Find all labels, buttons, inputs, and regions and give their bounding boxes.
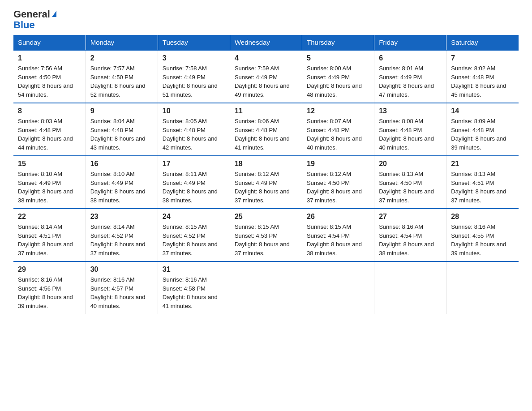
calendar-cell: 10Sunrise: 8:05 AMSunset: 4:48 PMDayligh… bbox=[158, 103, 230, 156]
day-number: 1 bbox=[18, 54, 81, 62]
calendar-cell: 30Sunrise: 8:16 AMSunset: 4:57 PMDayligh… bbox=[86, 261, 158, 314]
day-info: Sunrise: 8:16 AMSunset: 4:55 PMDaylight:… bbox=[451, 223, 514, 257]
calendar-cell: 25Sunrise: 8:15 AMSunset: 4:53 PMDayligh… bbox=[230, 209, 302, 261]
calendar-cell: 6Sunrise: 8:01 AMSunset: 4:49 PMDaylight… bbox=[374, 50, 446, 103]
day-info: Sunrise: 7:58 AMSunset: 4:49 PMDaylight:… bbox=[163, 64, 225, 99]
calendar-cell bbox=[446, 261, 519, 314]
day-info: Sunrise: 8:14 AMSunset: 4:51 PMDaylight:… bbox=[18, 223, 81, 257]
calendar-week-row: 15Sunrise: 8:10 AMSunset: 4:49 PMDayligh… bbox=[13, 156, 519, 209]
logo-general-text: General bbox=[13, 9, 50, 20]
calendar-cell: 31Sunrise: 8:16 AMSunset: 4:58 PMDayligh… bbox=[158, 261, 230, 314]
day-number: 5 bbox=[307, 54, 369, 62]
day-number: 12 bbox=[307, 107, 369, 115]
day-number: 22 bbox=[18, 213, 81, 221]
day-info: Sunrise: 8:03 AMSunset: 4:48 PMDaylight:… bbox=[18, 117, 81, 152]
calendar-cell: 22Sunrise: 8:14 AMSunset: 4:51 PMDayligh… bbox=[13, 209, 86, 261]
day-info: Sunrise: 8:15 AMSunset: 4:53 PMDaylight:… bbox=[235, 223, 297, 257]
calendar-cell: 18Sunrise: 8:12 AMSunset: 4:49 PMDayligh… bbox=[230, 156, 302, 209]
day-info: Sunrise: 8:02 AMSunset: 4:48 PMDaylight:… bbox=[451, 64, 514, 99]
header-day-monday: Monday bbox=[86, 35, 158, 50]
day-number: 10 bbox=[163, 107, 225, 115]
calendar-cell: 13Sunrise: 8:08 AMSunset: 4:48 PMDayligh… bbox=[374, 103, 446, 156]
day-info: Sunrise: 8:10 AMSunset: 4:49 PMDaylight:… bbox=[18, 170, 81, 205]
calendar-week-row: 8Sunrise: 8:03 AMSunset: 4:48 PMDaylight… bbox=[13, 103, 519, 156]
calendar-cell: 12Sunrise: 8:07 AMSunset: 4:48 PMDayligh… bbox=[302, 103, 374, 156]
calendar-cell: 20Sunrise: 8:13 AMSunset: 4:50 PMDayligh… bbox=[374, 156, 446, 209]
day-info: Sunrise: 7:56 AMSunset: 4:50 PMDaylight:… bbox=[18, 64, 81, 99]
day-number: 17 bbox=[163, 160, 225, 168]
day-info: Sunrise: 8:11 AMSunset: 4:49 PMDaylight:… bbox=[163, 170, 225, 205]
day-info: Sunrise: 8:08 AMSunset: 4:48 PMDaylight:… bbox=[379, 117, 442, 152]
day-info: Sunrise: 8:10 AMSunset: 4:49 PMDaylight:… bbox=[90, 170, 153, 205]
day-number: 9 bbox=[90, 107, 153, 115]
calendar-cell: 1Sunrise: 7:56 AMSunset: 4:50 PMDaylight… bbox=[13, 50, 86, 103]
day-info: Sunrise: 8:00 AMSunset: 4:49 PMDaylight:… bbox=[307, 64, 369, 99]
day-number: 29 bbox=[18, 265, 81, 274]
day-info: Sunrise: 8:14 AMSunset: 4:52 PMDaylight:… bbox=[90, 223, 153, 257]
day-number: 11 bbox=[235, 107, 297, 115]
calendar-cell: 4Sunrise: 7:59 AMSunset: 4:49 PMDaylight… bbox=[230, 50, 302, 103]
day-info: Sunrise: 7:59 AMSunset: 4:49 PMDaylight:… bbox=[235, 64, 297, 99]
calendar-cell: 19Sunrise: 8:12 AMSunset: 4:50 PMDayligh… bbox=[302, 156, 374, 209]
day-number: 25 bbox=[235, 213, 297, 221]
calendar-header-row: SundayMondayTuesdayWednesdayThursdayFrid… bbox=[13, 35, 519, 50]
day-info: Sunrise: 8:04 AMSunset: 4:48 PMDaylight:… bbox=[90, 117, 153, 152]
calendar-week-row: 22Sunrise: 8:14 AMSunset: 4:51 PMDayligh… bbox=[13, 209, 519, 261]
calendar-cell bbox=[302, 261, 374, 314]
day-info: Sunrise: 8:07 AMSunset: 4:48 PMDaylight:… bbox=[307, 117, 369, 152]
calendar-cell: 16Sunrise: 8:10 AMSunset: 4:49 PMDayligh… bbox=[86, 156, 158, 209]
day-number: 7 bbox=[451, 54, 514, 62]
day-number: 13 bbox=[379, 107, 442, 115]
day-info: Sunrise: 8:13 AMSunset: 4:51 PMDaylight:… bbox=[451, 170, 514, 205]
day-number: 27 bbox=[379, 213, 442, 221]
header-day-saturday: Saturday bbox=[446, 35, 519, 50]
calendar-cell: 3Sunrise: 7:58 AMSunset: 4:49 PMDaylight… bbox=[158, 50, 230, 103]
calendar-week-row: 29Sunrise: 8:16 AMSunset: 4:56 PMDayligh… bbox=[13, 261, 519, 314]
day-info: Sunrise: 8:12 AMSunset: 4:49 PMDaylight:… bbox=[235, 170, 297, 205]
header-day-sunday: Sunday bbox=[13, 35, 86, 50]
calendar-cell: 5Sunrise: 8:00 AMSunset: 4:49 PMDaylight… bbox=[302, 50, 374, 103]
day-number: 28 bbox=[451, 213, 514, 221]
day-number: 19 bbox=[307, 160, 369, 168]
calendar-cell bbox=[230, 261, 302, 314]
calendar-cell: 9Sunrise: 8:04 AMSunset: 4:48 PMDaylight… bbox=[86, 103, 158, 156]
day-info: Sunrise: 8:16 AMSunset: 4:54 PMDaylight:… bbox=[379, 223, 442, 257]
day-number: 30 bbox=[90, 265, 153, 274]
day-number: 31 bbox=[163, 265, 225, 274]
day-number: 23 bbox=[90, 213, 153, 221]
logo: General Blue bbox=[13, 9, 56, 30]
day-info: Sunrise: 8:09 AMSunset: 4:48 PMDaylight:… bbox=[451, 117, 514, 152]
day-info: Sunrise: 8:06 AMSunset: 4:48 PMDaylight:… bbox=[235, 117, 297, 152]
calendar-cell: 23Sunrise: 8:14 AMSunset: 4:52 PMDayligh… bbox=[86, 209, 158, 261]
calendar-cell: 8Sunrise: 8:03 AMSunset: 4:48 PMDaylight… bbox=[13, 103, 86, 156]
day-info: Sunrise: 8:16 AMSunset: 4:57 PMDaylight:… bbox=[90, 275, 153, 310]
day-number: 26 bbox=[307, 213, 369, 221]
day-info: Sunrise: 7:57 AMSunset: 4:50 PMDaylight:… bbox=[90, 64, 153, 99]
page-header: General Blue bbox=[13, 9, 519, 30]
day-info: Sunrise: 8:12 AMSunset: 4:50 PMDaylight:… bbox=[307, 170, 369, 205]
day-info: Sunrise: 8:13 AMSunset: 4:50 PMDaylight:… bbox=[379, 170, 442, 205]
logo-blue-text: Blue bbox=[13, 20, 35, 30]
calendar-cell: 7Sunrise: 8:02 AMSunset: 4:48 PMDaylight… bbox=[446, 50, 519, 103]
calendar-cell: 28Sunrise: 8:16 AMSunset: 4:55 PMDayligh… bbox=[446, 209, 519, 261]
calendar-cell bbox=[374, 261, 446, 314]
calendar-cell: 11Sunrise: 8:06 AMSunset: 4:48 PMDayligh… bbox=[230, 103, 302, 156]
header-day-thursday: Thursday bbox=[302, 35, 374, 50]
day-number: 20 bbox=[379, 160, 442, 168]
calendar-cell: 17Sunrise: 8:11 AMSunset: 4:49 PMDayligh… bbox=[158, 156, 230, 209]
calendar-week-row: 1Sunrise: 7:56 AMSunset: 4:50 PMDaylight… bbox=[13, 50, 519, 103]
calendar-cell: 24Sunrise: 8:15 AMSunset: 4:52 PMDayligh… bbox=[158, 209, 230, 261]
header-day-wednesday: Wednesday bbox=[230, 35, 302, 50]
header-day-friday: Friday bbox=[374, 35, 446, 50]
header-day-tuesday: Tuesday bbox=[158, 35, 230, 50]
calendar-cell: 29Sunrise: 8:16 AMSunset: 4:56 PMDayligh… bbox=[13, 261, 86, 314]
day-number: 4 bbox=[235, 54, 297, 62]
day-number: 8 bbox=[18, 107, 81, 115]
day-number: 16 bbox=[90, 160, 153, 168]
calendar-cell: 27Sunrise: 8:16 AMSunset: 4:54 PMDayligh… bbox=[374, 209, 446, 261]
calendar-cell: 21Sunrise: 8:13 AMSunset: 4:51 PMDayligh… bbox=[446, 156, 519, 209]
day-number: 15 bbox=[18, 160, 81, 168]
day-info: Sunrise: 8:01 AMSunset: 4:49 PMDaylight:… bbox=[379, 64, 442, 99]
day-info: Sunrise: 8:05 AMSunset: 4:48 PMDaylight:… bbox=[163, 117, 225, 152]
day-number: 6 bbox=[379, 54, 442, 62]
